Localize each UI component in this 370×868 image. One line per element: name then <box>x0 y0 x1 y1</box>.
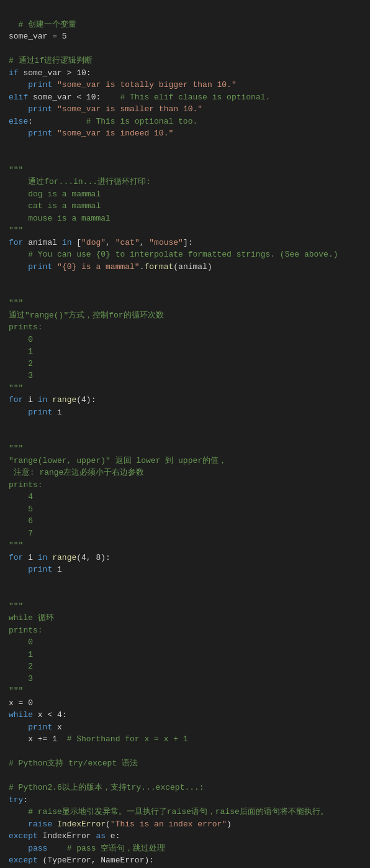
line-44: """ <box>9 541 23 550</box>
line-60: x += 1 # Shorthand for x = x + 1 <box>9 734 188 744</box>
line-2: some_var = 5 <box>9 32 67 41</box>
line-25: 通过"range()"方式，控制for的循环次数 <box>9 311 164 320</box>
line-56: """ <box>9 686 23 695</box>
line-66: # raise显示地引发异常。一旦执行了raise语句，raise后面的语句将不… <box>9 807 328 816</box>
line-36: """ <box>9 444 23 453</box>
line-39: prints: <box>9 480 43 490</box>
line-58: while x < 4: <box>9 710 67 720</box>
line-41: 5 <box>9 505 33 514</box>
line-65: try: <box>9 795 28 805</box>
line-38: 注意: range左边必须小于右边参数 <box>9 468 144 477</box>
line-55: 3 <box>9 674 33 683</box>
line-1: # 创建一个变量 <box>19 20 77 29</box>
line-57: x = 0 <box>9 698 33 708</box>
line-54: 2 <box>9 662 33 671</box>
line-32: for i in range(4): <box>9 395 96 404</box>
line-29: 2 <box>9 359 33 368</box>
line-27: 0 <box>9 335 33 344</box>
line-50: while 循环 <box>9 613 54 623</box>
line-9: else: # This is optional too. <box>9 117 197 126</box>
line-46: print i <box>9 565 62 574</box>
line-69: pass # pass 空语句，跳过处理 <box>9 844 165 853</box>
line-67: raise IndexError("This is an index error… <box>9 820 232 829</box>
line-8: print "some_var is smaller than 10." <box>9 104 202 114</box>
line-68: except IndexError as e: <box>9 831 120 841</box>
line-24: """ <box>9 298 23 308</box>
line-10: print "some_var is indeed 10." <box>9 129 173 138</box>
line-17: mouse is a mammal <box>9 214 111 223</box>
line-62: # Python支持 try/except 语法 <box>9 759 138 768</box>
line-70: except (TypeError, NameError): <box>9 856 154 865</box>
line-6: print "some_var is totally bigger than 1… <box>9 80 237 89</box>
line-43: 7 <box>9 529 33 538</box>
line-42: 6 <box>9 516 33 526</box>
line-31: """ <box>9 383 23 393</box>
line-19: for animal in ["dog", "cat", "mouse"]: <box>9 238 193 247</box>
line-40: 4 <box>9 492 33 501</box>
line-7: elif some_var < 10: # This elif clause i… <box>9 93 270 102</box>
line-13: """ <box>9 165 23 175</box>
line-30: 3 <box>9 371 33 380</box>
line-28: 1 <box>9 347 33 356</box>
line-45: for i in range(4, 8): <box>9 553 111 562</box>
line-18: """ <box>9 226 23 235</box>
line-51: prints: <box>9 626 43 635</box>
line-14: 通过for...in...进行循环打印: <box>9 177 151 186</box>
line-37: "range(lower, upper)" 返回 lower 到 upper的值… <box>9 456 227 465</box>
line-16: cat is a mammal <box>9 201 101 211</box>
line-26: prints: <box>9 322 43 332</box>
line-52: 0 <box>9 637 33 647</box>
line-64: # Python2.6以上的版本，支持try...except...: <box>9 783 204 792</box>
line-4: # 通过if进行逻辑判断 <box>9 56 92 65</box>
line-33: print i <box>9 408 62 417</box>
line-49: """ <box>9 601 23 611</box>
line-20: # You can use {0} to interpolate formatt… <box>9 250 338 259</box>
line-5: if some_var > 10: <box>9 68 91 78</box>
line-59: print x <box>9 723 62 732</box>
line-53: 1 <box>9 650 33 659</box>
line-21: print "{0} is a mammal".format(animal) <box>9 262 212 272</box>
line-15: dog is a mammal <box>9 190 101 199</box>
code-container: # 创建一个变量 some_var = 5 # 通过if进行逻辑判断 if so… <box>9 6 361 868</box>
